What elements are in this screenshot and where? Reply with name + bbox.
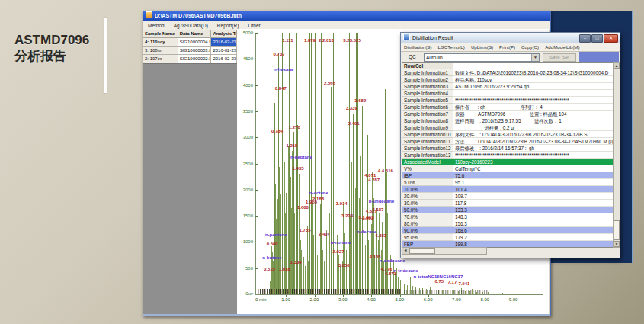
analysis-time-cell[interactable]: 2016-02-23 0 [211,38,237,47]
result-row[interactable]: V%CalTemp/℃ [402,165,614,172]
menu-item-copy-c-[interactable]: Copy(C) [518,43,542,51]
row-value-cell[interactable]: ASTMD7096 2016/2/23 9:29:54 gh [453,83,614,90]
column-header[interactable]: Sample Name [143,30,178,38]
row-label-cell[interactable]: 90.0% [402,227,453,234]
result-row[interactable]: Sample Information12最后修改 : 2016/2/14 16:… [402,145,614,152]
row-label-cell[interactable]: Sample Information4 [402,90,453,97]
row-label-cell[interactable]: 95.0% [402,234,453,241]
row-value-cell[interactable] [453,90,614,97]
save-set-button[interactable]: Save_Set [543,53,576,62]
result-row[interactable]: 10.0%101.4 [402,186,614,193]
sample-name-cell[interactable]: 2: 107zs [143,55,178,63]
row-value-cell[interactable]: 仪器 : ASTMD7096 位置 : 样品瓶 104 [453,111,614,117]
result-row[interactable]: 50.0%133.3 [402,207,614,213]
row-value-cell[interactable]: 数据文件: D:\DATA\3\20160223\B 2016-02-23 08… [453,69,614,76]
menu-item-print-p-[interactable]: Print(P) [496,43,518,51]
row-label-cell[interactable]: Sample Information7 [402,111,453,117]
row-value-cell[interactable]: 179.2 [453,234,614,241]
result-row[interactable]: IBP75.6 [402,172,614,179]
menu-item-method[interactable]: Method [143,21,169,30]
row-value-cell[interactable]: CalTemp/℃ [453,165,614,172]
analysis-time-cell[interactable]: 2016-02-23 0 [211,47,237,55]
row-value-cell[interactable]: 117.8 [453,200,614,207]
row-label-cell[interactable]: 20.0% [402,193,453,200]
result-row[interactable]: Sample Information4 [402,90,614,97]
result-row[interactable]: Sample Information13********************… [402,152,614,159]
menu-item-addmodellib-m-[interactable]: AddModelLib(M) [542,43,582,51]
analysis-time-cell[interactable]: 2016-02-23 0 [211,55,237,63]
scroll-up-icon[interactable]: ▲ [614,63,620,69]
sample-name-cell[interactable]: 3: 108sn [143,47,178,55]
row-label-cell[interactable]: Sample Information13 [402,152,453,159]
result-row[interactable]: 20.0%109.7 [402,193,614,200]
row-value-cell[interactable]: 133.3 [453,207,614,213]
result-row[interactable]: 80.0%156.3 [402,220,614,227]
result-row[interactable]: 5.0%95.1 [402,179,614,186]
row-value-cell[interactable]: 序列文件 : D:\DATA\3\20160223\B 2016-02-23 0… [453,131,614,138]
result-row[interactable]: Sample Information5*********************… [402,97,614,104]
row-label-cell[interactable]: 5.0% [402,179,453,186]
row-value-cell[interactable]: 95.1 [453,179,614,186]
row-value-cell[interactable]: 进样日期 : 2016/2/23 9:17:55 进样次数 : 1 [453,117,614,124]
row-label-cell[interactable]: Sample Information5 [402,97,453,104]
row-label-cell[interactable]: V% [402,165,453,172]
minimize-button[interactable]: – [579,34,591,43]
result-row[interactable]: Sample Information1数据文件: D:\DATA\3\20160… [402,69,614,76]
corner-header-cell[interactable]: Row/Col [402,63,453,69]
result-row[interactable]: Sample Information10序列文件 : D:\DATA\3\201… [402,131,614,138]
result-row[interactable]: Sample Information9 进样量 : 0.2 μl [402,124,614,131]
row-label-cell[interactable]: Sample Information11 [402,138,453,145]
sample-row[interactable]: 3: 108snSIG10000003.D2016-02-23 0 [143,47,237,55]
row-label-cell[interactable]: 30.0% [402,200,453,207]
chevron-down-icon[interactable]: ▼ [531,54,539,61]
result-row[interactable]: Sample Information2样品名称: 110scy [402,76,614,83]
result-row[interactable]: Sample Information7仪器 : ASTMD7096 位置 : 样… [402,111,614,117]
vertical-scroll-thumb[interactable] [614,220,620,240]
result-row[interactable]: Sample Information11方法 : D:\DATA\3\20160… [402,138,614,145]
row-label-cell[interactable]: AssociatedModel [402,159,453,165]
row-value-cell[interactable]: 操作者 : gh 序列行 : 4 [453,104,614,111]
row-label-cell[interactable]: Sample Information9 [402,124,453,131]
horizontal-scroll-thumb[interactable] [409,248,435,254]
row-label-cell[interactable]: Sample Information1 [402,69,453,76]
row-value-cell[interactable]: 109.7 [453,193,614,200]
column-header[interactable]: Data Name [178,30,212,38]
maximize-button[interactable]: □ [591,34,603,43]
sample-row[interactable]: 4: 110scySIG10000004.D2016-02-23 0 [143,38,237,47]
row-label-cell[interactable]: 10.0% [402,186,453,193]
row-label-cell[interactable]: 80.0% [402,220,453,227]
result-row[interactable]: 30.0%117.8 [402,200,614,207]
row-label-cell[interactable]: IBP [402,172,453,179]
row-value-cell[interactable]: 156.3 [453,220,614,227]
data-name-cell[interactable]: SIG10000004.D [178,38,212,47]
row-label-cell[interactable]: Sample Information10 [402,131,453,138]
result-row[interactable]: AssociatedModel110scy-20160223 [402,159,614,165]
library-combobox[interactable]: Auto.lib ▼ [424,53,540,62]
result-row[interactable]: Sample Information3ASTMD7096 2016/2/23 9… [402,83,614,90]
result-row[interactable]: 90.0%168.6 [402,227,614,234]
row-value-cell[interactable]: 最后修改 : 2016/2/14 16:57:37 : gh [453,145,614,152]
result-row[interactable]: Sample Information8进样日期 : 2016/2/23 9:17… [402,117,614,124]
menu-item-ag7890data-d-[interactable]: Ag7890Data(D) [169,21,213,30]
row-value-cell[interactable]: 75.6 [453,172,614,179]
scroll-down-icon[interactable]: ▼ [614,241,620,247]
column-header[interactable]: Analysis Time [211,30,237,38]
result-row[interactable]: Sample Information6操作者 : gh 序列行 : 4 [402,104,614,111]
row-value-cell[interactable]: 进样量 : 0.2 μl [453,124,614,131]
row-value-cell[interactable]: ****************************************… [453,97,614,104]
data-name-cell[interactable]: SIG10000002.D [178,55,212,63]
row-value-cell[interactable]: ****************************************… [453,152,614,159]
row-label-cell[interactable]: Sample Information2 [402,76,453,83]
menu-item-uplims-s-[interactable]: UpLims(S) [468,43,496,51]
sample-name-cell[interactable]: 4: 110scy [143,38,178,47]
row-label-cell[interactable]: 50.0% [402,207,453,213]
menu-item-lgctemp-l-[interactable]: LGCTemp(L) [434,43,467,51]
row-label-cell[interactable]: Sample Information6 [402,104,453,111]
row-value-cell[interactable]: 方法 : D:\DATA\3\20160223\B 2016-02-23 08-… [453,138,614,145]
main-window-titlebar[interactable]: D:\ASTM D7096\ASTMD7096B.mth [143,11,550,21]
row-label-cell[interactable]: Sample Information8 [402,117,453,124]
row-label-cell[interactable]: Sample Information12 [402,145,453,152]
data-name-cell[interactable]: SIG10000003.D [178,47,212,55]
horizontal-scrollbar[interactable]: ◄ [402,247,487,255]
sample-row[interactable]: 2: 107zsSIG10000002.D2016-02-23 0 [143,55,237,63]
